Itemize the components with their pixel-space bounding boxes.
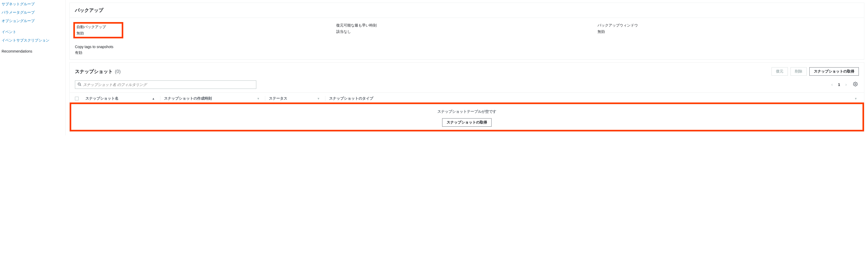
main-content: バックアップ 自動バックアップ 無効 復元可能な最も早い時刻 該当なし bbox=[66, 0, 868, 135]
snapshot-search-input[interactable] bbox=[75, 80, 256, 89]
backup-panel: バックアップ 自動バックアップ 無効 復元可能な最も早い時刻 該当なし bbox=[69, 3, 864, 60]
sidebar-item-event-subscriptions[interactable]: イベントサブスクリプション bbox=[2, 36, 65, 45]
sidebar-item-subnet-groups[interactable]: サブネットグループ bbox=[2, 0, 65, 8]
backup-window-value: 無効 bbox=[597, 29, 859, 34]
sidebar-item-events[interactable]: イベント bbox=[2, 28, 65, 36]
highlight-annotation-auto-backup: 自動バックアップ 無効 bbox=[73, 22, 123, 38]
delete-button[interactable]: 削除 bbox=[790, 67, 807, 76]
backup-restore-value: 該当なし bbox=[336, 29, 597, 34]
pager-current: 1 bbox=[838, 82, 840, 87]
backup-restore-label: 復元可能な最も早い時刻 bbox=[336, 23, 597, 28]
column-header-created[interactable]: スナップショットの作成時刻 ▼ bbox=[164, 96, 261, 101]
sort-asc-icon: ▲ bbox=[152, 97, 156, 100]
sidebar-item-recommendations[interactable]: Recommendations bbox=[2, 47, 65, 55]
pager-next-icon[interactable]: › bbox=[844, 82, 848, 88]
settings-gear-icon[interactable] bbox=[852, 81, 859, 88]
backup-copy-tags-value: 有効 bbox=[75, 51, 336, 55]
search-icon bbox=[78, 82, 81, 87]
svg-point-0 bbox=[78, 83, 81, 85]
sort-icon: ▼ bbox=[257, 97, 261, 100]
backup-copy-tags-label: Copy tags to snapshots bbox=[75, 45, 336, 49]
svg-point-2 bbox=[855, 83, 856, 85]
empty-table-message: スナップショットテーブルが空です bbox=[437, 109, 496, 113]
pager-prev-icon[interactable]: ‹ bbox=[830, 82, 834, 88]
snapshots-count: (0) bbox=[115, 69, 121, 74]
sidebar-item-parameter-groups[interactable]: パラメータグループ bbox=[2, 8, 65, 17]
backup-panel-header: バックアップ bbox=[70, 3, 864, 18]
svg-line-1 bbox=[80, 85, 81, 86]
empty-take-snapshot-button[interactable]: スナップショットの取得 bbox=[442, 118, 492, 127]
sort-icon: ▼ bbox=[317, 97, 321, 100]
select-all-checkbox[interactable] bbox=[75, 97, 79, 100]
backup-auto-value: 無効 bbox=[76, 31, 106, 36]
column-header-name[interactable]: スナップショット名 ▲ bbox=[86, 96, 156, 101]
sidebar: サブネットグループ パラメータグループ オプショングループ イベント イベントサ… bbox=[0, 0, 66, 135]
pager: ‹ 1 › bbox=[830, 81, 859, 88]
sidebar-item-option-groups[interactable]: オプショングループ bbox=[2, 17, 65, 25]
sort-icon: ▼ bbox=[854, 97, 859, 100]
backup-window-label: バックアップウィンドウ bbox=[597, 23, 859, 28]
column-header-status-label: ステータス bbox=[269, 96, 287, 101]
column-header-type[interactable]: スナップショットのタイプ ▼ bbox=[329, 96, 859, 101]
snapshots-title: スナップショット bbox=[75, 69, 113, 74]
table-header-row: スナップショット名 ▲ スナップショットの作成時刻 ▼ ステータス ▼ bbox=[70, 93, 864, 105]
snapshots-table: スナップショット名 ▲ スナップショットの作成時刻 ▼ ステータス ▼ bbox=[70, 93, 864, 131]
snapshots-panel: スナップショット (0) 復元 削除 スナップショットの取得 ‹ bbox=[69, 62, 864, 132]
take-snapshot-button[interactable]: スナップショットの取得 bbox=[809, 67, 859, 76]
backup-auto-label: 自動バックアップ bbox=[76, 25, 106, 29]
column-header-created-label: スナップショットの作成時刻 bbox=[164, 96, 212, 101]
column-header-name-label: スナップショット名 bbox=[86, 96, 119, 101]
column-header-status[interactable]: ステータス ▼ bbox=[269, 96, 321, 101]
restore-button[interactable]: 復元 bbox=[772, 67, 788, 76]
backup-panel-title: バックアップ bbox=[75, 8, 103, 13]
column-header-type-label: スナップショットのタイプ bbox=[329, 96, 373, 101]
